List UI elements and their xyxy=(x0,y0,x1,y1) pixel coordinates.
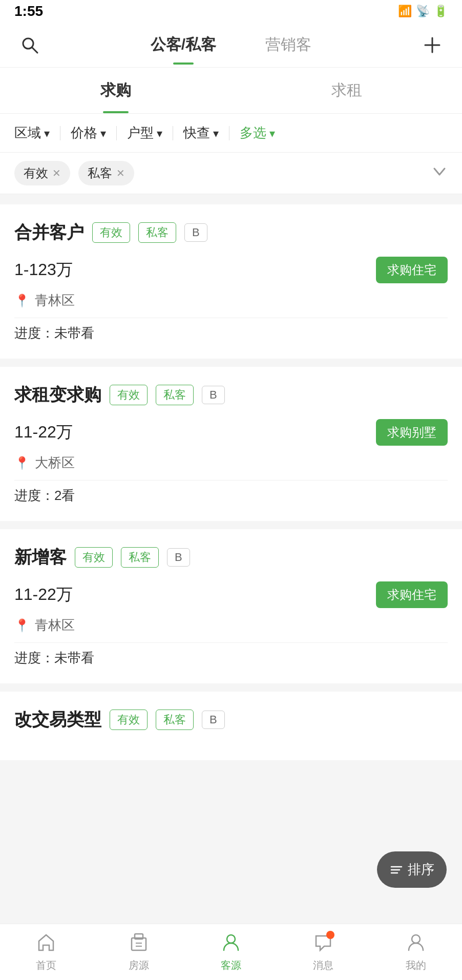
chevron-down-icon xyxy=(100,125,106,141)
message-icon xyxy=(313,932,333,955)
location-icon: 📍 xyxy=(14,294,30,308)
badge-level: B xyxy=(184,223,207,242)
tab-qiuzu[interactable]: 求租 xyxy=(231,68,462,113)
chevron-down-icon xyxy=(44,125,50,141)
tab-yingxiaoke[interactable]: 营销客 xyxy=(241,26,336,64)
search-button[interactable] xyxy=(14,30,45,60)
filter-house-type[interactable]: 户型 xyxy=(127,124,162,142)
badge-private: 私客 xyxy=(121,547,159,568)
chevron-down-icon xyxy=(269,125,275,141)
filter-area[interactable]: 区域 xyxy=(14,124,50,142)
nav-label-mine: 我的 xyxy=(406,958,426,972)
badge-private: 私客 xyxy=(156,710,194,730)
card-price: 11-22万 xyxy=(14,583,73,606)
filter-divider xyxy=(229,126,229,140)
customer-card[interactable]: 合并客户 有效 私客 B 1-123万 求购住宅 📍 青林区 进度：未带看 xyxy=(0,204,462,359)
status-icon: 📶 xyxy=(398,5,412,18)
card-location: 📍 青林区 xyxy=(14,616,448,634)
badge-level: B xyxy=(202,386,225,404)
svg-rect-7 xyxy=(132,938,146,950)
nav-label-customers: 客源 xyxy=(221,958,241,972)
close-icon[interactable]: ✕ xyxy=(116,167,125,179)
filter-divider xyxy=(173,126,173,140)
card-price: 11-22万 xyxy=(14,421,73,444)
badge-valid: 有效 xyxy=(110,385,148,405)
signal-icon: 📡 xyxy=(416,5,430,18)
nav-label-houses: 房源 xyxy=(129,958,149,972)
badge-private: 私客 xyxy=(156,385,194,405)
customer-icon xyxy=(221,932,241,955)
type-button[interactable]: 求购住宅 xyxy=(376,581,448,608)
svg-point-12 xyxy=(412,935,420,943)
expand-filters-button[interactable] xyxy=(431,163,448,183)
add-button[interactable] xyxy=(417,30,448,60)
status-bar: 1:55 📶 📡 🔋 xyxy=(0,0,462,23)
top-nav: 公客/私客 营销客 xyxy=(0,23,462,68)
customer-card[interactable]: 求租变求购 有效 私客 B 11-22万 求购别墅 📍 大桥区 进度：2看 xyxy=(0,367,462,521)
close-icon[interactable]: ✕ xyxy=(52,167,61,179)
nav-item-home[interactable]: 首页 xyxy=(0,927,92,977)
house-source-icon xyxy=(129,932,149,955)
card-header: 求租变求购 有效 私客 B xyxy=(14,383,448,407)
nav-item-mine[interactable]: 我的 xyxy=(370,927,462,977)
svg-point-11 xyxy=(227,935,235,943)
badge-private: 私客 xyxy=(138,222,176,243)
card-location: 📍 青林区 xyxy=(14,291,448,309)
svg-line-1 xyxy=(32,48,37,53)
card-price-row: 11-22万 求购住宅 xyxy=(14,581,448,608)
badge-level: B xyxy=(167,548,190,567)
card-price-row: 1-123万 求购住宅 xyxy=(14,257,448,283)
filter-tag-private[interactable]: 私客 ✕ xyxy=(78,161,134,185)
status-time: 1:55 xyxy=(14,3,43,19)
sub-tabs: 求购 求租 xyxy=(0,68,462,114)
filter-multi-select[interactable]: 多选 xyxy=(240,124,275,142)
badge-valid: 有效 xyxy=(110,710,148,730)
filter-quick-search[interactable]: 快查 xyxy=(183,124,219,142)
sort-button[interactable]: 排序 xyxy=(377,851,447,888)
nav-label-home: 首页 xyxy=(36,958,56,972)
nav-tabs: 公客/私客 营销客 xyxy=(45,26,417,64)
nav-label-messages: 消息 xyxy=(313,958,333,972)
type-button[interactable]: 求购住宅 xyxy=(376,257,448,283)
customer-card[interactable]: 新增客 有效 私客 B 11-22万 求购住宅 📍 青林区 进度：未带看 xyxy=(0,529,462,683)
customer-card[interactable]: 改交易类型 有效 私客 B xyxy=(0,692,462,760)
active-filters: 有效 ✕ 私客 ✕ xyxy=(0,153,462,194)
badge-valid: 有效 xyxy=(92,222,130,243)
chevron-down-icon xyxy=(213,125,219,141)
chevron-down-icon xyxy=(157,125,162,141)
location-icon: 📍 xyxy=(14,618,30,633)
tab-qiugou[interactable]: 求购 xyxy=(0,68,231,113)
badge-level: B xyxy=(202,711,225,729)
card-title: 新增客 xyxy=(14,546,67,569)
location-icon: 📍 xyxy=(14,456,30,470)
mine-icon xyxy=(406,932,426,955)
filter-price[interactable]: 价格 xyxy=(71,124,106,142)
card-header: 改交易类型 有效 私客 B xyxy=(14,708,448,732)
filter-tag-valid[interactable]: 有效 ✕ xyxy=(14,161,70,185)
card-progress: 进度：未带看 xyxy=(14,642,448,667)
nav-item-customers[interactable]: 客源 xyxy=(185,927,277,977)
nav-item-messages[interactable]: 消息 xyxy=(277,927,369,977)
cards-container: 合并客户 有效 私客 B 1-123万 求购住宅 📍 青林区 进度：未带看 求租… xyxy=(0,194,462,779)
card-header: 新增客 有效 私客 B xyxy=(14,546,448,569)
card-progress: 进度：未带看 xyxy=(14,318,448,342)
tab-gongke-sike[interactable]: 公客/私客 xyxy=(126,26,241,64)
battery-icon: 🔋 xyxy=(434,5,448,18)
card-price: 1-123万 xyxy=(14,259,73,281)
card-progress: 进度：2看 xyxy=(14,480,448,505)
card-title: 求租变求购 xyxy=(14,383,101,407)
nav-item-houses[interactable]: 房源 xyxy=(92,927,184,977)
filter-divider xyxy=(60,126,60,140)
card-title: 改交易类型 xyxy=(14,708,101,732)
card-header: 合并客户 有效 私客 B xyxy=(14,221,448,244)
card-location: 📍 大桥区 xyxy=(14,454,448,472)
filter-bar: 区域 价格 户型 快查 多选 xyxy=(0,114,462,153)
badge-valid: 有效 xyxy=(75,547,113,568)
status-icons: 📶 📡 🔋 xyxy=(398,5,448,18)
card-price-row: 11-22万 求购别墅 xyxy=(14,419,448,446)
home-icon xyxy=(36,932,56,955)
type-button[interactable]: 求购别墅 xyxy=(376,419,448,446)
bottom-nav: 首页 房源 客源 消息 xyxy=(0,924,462,980)
card-title: 合并客户 xyxy=(14,221,84,244)
filter-divider xyxy=(116,126,117,140)
